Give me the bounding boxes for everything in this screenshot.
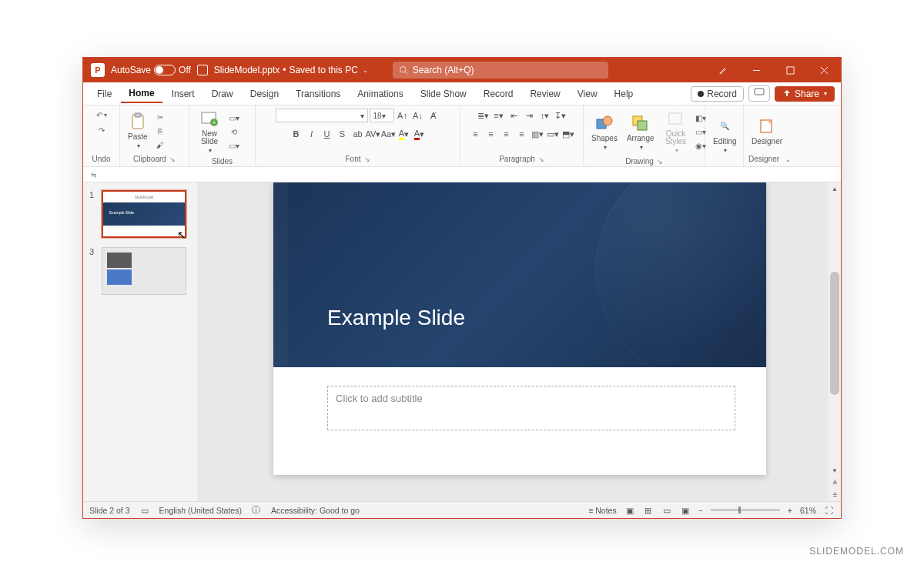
tab-insert[interactable]: Insert xyxy=(164,85,203,102)
underline-button[interactable]: U xyxy=(320,127,334,141)
indent-inc-button[interactable]: ⇥ xyxy=(523,109,537,122)
scroll-thumb[interactable] xyxy=(830,272,839,395)
tab-review[interactable]: Review xyxy=(522,85,567,102)
section-button[interactable]: ▭▾ xyxy=(228,140,240,152)
dialog-launcher-icon[interactable]: ↘ xyxy=(657,158,663,166)
tab-view[interactable]: View xyxy=(570,85,605,102)
zoom-in-button[interactable]: + xyxy=(788,506,792,515)
numbering-button[interactable]: ≡▾ xyxy=(492,109,506,122)
qat-expand-icon[interactable]: ⇋ xyxy=(91,171,97,179)
spacing-button[interactable]: AV▾ xyxy=(367,127,380,141)
slide-thumbnail-3[interactable] xyxy=(102,247,186,295)
fit-window-icon[interactable]: ⛶ xyxy=(824,505,835,516)
autosave-toggle[interactable]: AutoSave Off xyxy=(111,65,191,75)
paste-button[interactable]: Paste▾ xyxy=(125,111,151,151)
tab-slideshow[interactable]: Slide Show xyxy=(413,85,474,102)
slide-thumbnail-1[interactable]: SlideModel Example Slide ↖ xyxy=(102,190,186,238)
align-center-button[interactable]: ≡ xyxy=(484,127,498,141)
smartart-button[interactable]: ⬒▾ xyxy=(561,127,575,141)
next-slide-icon[interactable]: ≚ xyxy=(832,489,838,501)
highlight-button[interactable]: A▾ xyxy=(397,127,411,141)
align-left-button[interactable]: ≡ xyxy=(469,127,483,141)
line-spacing-button[interactable]: ↕▾ xyxy=(538,109,552,122)
vertical-scrollbar[interactable]: ▲ ▼ ≙ ≚ xyxy=(829,182,841,501)
increase-font-button[interactable]: A↑ xyxy=(396,109,410,122)
tab-design[interactable]: Design xyxy=(243,85,286,102)
redo-button[interactable]: ↷ xyxy=(95,124,108,136)
zoom-out-button[interactable]: − xyxy=(698,506,703,515)
sorter-view-icon[interactable]: ⊞ xyxy=(643,505,654,516)
language-status[interactable]: English (United States) xyxy=(159,506,242,515)
decrease-font-button[interactable]: A↓ xyxy=(411,109,425,122)
clear-format-button[interactable]: A̸ xyxy=(427,109,440,122)
toggle-icon[interactable] xyxy=(154,65,176,75)
close-button[interactable] xyxy=(807,58,841,82)
editing-button[interactable]: 🔍 Editing▾ xyxy=(710,115,740,156)
spellcheck-icon[interactable]: ▭ xyxy=(139,505,150,516)
align-right-button[interactable]: ≡ xyxy=(500,127,514,141)
justify-button[interactable]: ≡ xyxy=(515,127,529,141)
slide-canvas[interactable]: Example Slide Click to add subtitle xyxy=(273,182,766,475)
indent-dec-button[interactable]: ⇤ xyxy=(507,109,521,122)
scroll-down-icon[interactable]: ▼ xyxy=(832,464,838,477)
accessibility-icon[interactable]: ⓘ xyxy=(251,505,262,516)
new-slide-button[interactable]: + New Slide▾ xyxy=(194,109,225,156)
ribbon-collapse-icon[interactable]: ⌄ xyxy=(785,156,791,163)
notes-button[interactable]: ≡ Notes xyxy=(588,506,616,515)
dialog-launcher-icon[interactable]: ↘ xyxy=(364,156,370,163)
font-name-dropdown[interactable]: ▾ xyxy=(276,109,368,122)
tab-animations[interactable]: Animations xyxy=(350,85,410,102)
reading-view-icon[interactable]: ▭ xyxy=(661,505,672,516)
dialog-launcher-icon[interactable]: ↘ xyxy=(169,156,176,163)
align-text-button[interactable]: ▭▾ xyxy=(546,127,560,141)
search-box[interactable]: Search (Alt+Q) xyxy=(393,62,608,79)
zoom-slider[interactable] xyxy=(711,509,780,511)
minimize-button[interactable] xyxy=(739,58,773,82)
file-title[interactable]: SlideModel.pptx • Saved to this PC ⌄ xyxy=(214,65,368,75)
bullets-button[interactable]: ≣▾ xyxy=(477,109,490,122)
undo-button[interactable]: ↶▾ xyxy=(95,109,108,121)
format-painter-button[interactable]: 🖌 xyxy=(154,139,166,151)
scroll-track[interactable] xyxy=(829,195,841,464)
italic-button[interactable]: I xyxy=(305,127,319,141)
tab-file[interactable]: File xyxy=(89,85,119,102)
pen-icon[interactable] xyxy=(705,58,739,82)
shadow-button[interactable]: ab xyxy=(351,127,365,141)
share-button[interactable]: Share▾ xyxy=(775,86,835,102)
chevron-down-icon[interactable]: ⌄ xyxy=(363,67,368,74)
subtitle-placeholder[interactable]: Click to add subtitle xyxy=(327,386,735,430)
zoom-level[interactable]: 61% xyxy=(800,506,816,515)
layout-button[interactable]: ▭▾ xyxy=(228,112,240,125)
strike-button[interactable]: S xyxy=(336,127,350,141)
shapes-button[interactable]: Shapes▾ xyxy=(588,112,621,152)
font-size-dropdown[interactable]: 18▾ xyxy=(370,109,394,122)
slide-title[interactable]: Example Slide xyxy=(327,306,465,330)
slide-canvas-area[interactable]: Example Slide Click to add subtitle xyxy=(199,182,841,501)
tab-home[interactable]: Home xyxy=(121,85,162,103)
accessibility-status[interactable]: Accessibility: Good to go xyxy=(271,506,360,515)
quick-styles-button[interactable]: Quick Styles▾ xyxy=(661,109,691,156)
save-icon[interactable] xyxy=(197,65,208,75)
tab-draw[interactable]: Draw xyxy=(204,85,241,102)
case-button[interactable]: Aa▾ xyxy=(382,127,396,141)
scroll-up-icon[interactable]: ▲ xyxy=(832,182,838,195)
font-color-button[interactable]: A▾ xyxy=(413,127,427,141)
maximize-button[interactable] xyxy=(773,58,807,82)
slideshow-view-icon[interactable]: ▣ xyxy=(680,505,691,516)
bold-button[interactable]: B xyxy=(290,127,303,141)
reset-button[interactable]: ⟲ xyxy=(228,126,240,139)
copy-button[interactable]: ⎘ xyxy=(154,125,166,137)
columns-button[interactable]: ▥▾ xyxy=(531,127,544,141)
tab-help[interactable]: Help xyxy=(607,85,641,102)
tab-transitions[interactable]: Transitions xyxy=(288,85,348,102)
comments-button[interactable] xyxy=(748,85,770,102)
prev-slide-icon[interactable]: ≙ xyxy=(832,477,838,489)
designer-button[interactable]: Designer xyxy=(748,115,785,147)
normal-view-icon[interactable]: ▣ xyxy=(624,505,635,516)
dialog-launcher-icon[interactable]: ↘ xyxy=(538,156,544,163)
cut-button[interactable]: ✂ xyxy=(154,111,166,123)
tab-record[interactable]: Record xyxy=(476,85,521,102)
text-direction-button[interactable]: ↧▾ xyxy=(554,109,567,122)
arrange-button[interactable]: Arrange▾ xyxy=(624,112,658,152)
record-button[interactable]: Record xyxy=(691,86,744,102)
